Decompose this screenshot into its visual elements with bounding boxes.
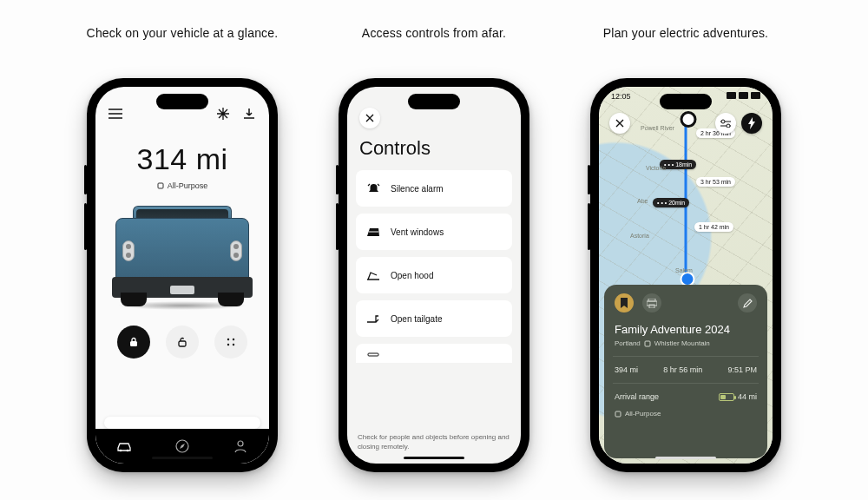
controls-footer: Check for people and objects before open… <box>358 433 510 451</box>
arrival-range-value: 44 mi <box>719 392 757 401</box>
phone-controls: Controls Silence alarm Vent windows <box>339 78 529 472</box>
map-charging-button[interactable] <box>741 113 762 134</box>
phone-glance: 314 mi All-Purpose <box>87 78 278 472</box>
control-label: Vent windows <box>391 227 444 237</box>
tab-explore[interactable] <box>174 438 191 455</box>
tab-profile[interactable] <box>232 438 249 455</box>
controls-list: Silence alarm Vent windows Open hood <box>347 170 521 363</box>
svg-point-4 <box>233 339 234 340</box>
controls-title: Controls <box>347 128 521 170</box>
climate-icon[interactable] <box>215 106 231 122</box>
chip-edit[interactable] <box>738 293 757 312</box>
map-place-label: Salem <box>675 267 693 273</box>
vehicle-image <box>108 206 256 310</box>
svg-point-5 <box>227 344 229 345</box>
arrival-range-label: Arrival range <box>615 392 659 401</box>
status-time: 12:05 <box>611 92 631 101</box>
caption-1: Check on your vehicle at a glance. <box>87 26 279 40</box>
trip-route: Portland Whistler Mountain <box>615 339 757 347</box>
trip-sheet: Family Adventure 2024 Portland Whistler … <box>604 285 767 458</box>
svg-point-8 <box>127 450 129 452</box>
status-icons <box>727 92 760 99</box>
home-indicator <box>655 457 716 459</box>
svg-point-10 <box>238 441 243 446</box>
drive-mode: All-Purpose <box>95 181 269 190</box>
control-label: Open hood <box>391 271 434 280</box>
drive-segment-label: 3 hr 53 min <box>696 177 735 187</box>
control-silence-alarm[interactable]: Silence alarm <box>356 170 512 207</box>
svg-point-6 <box>233 344 234 345</box>
svg-point-3 <box>227 339 229 340</box>
trip-name: Family Adventure 2024 <box>615 323 757 336</box>
control-label: Silence alarm <box>391 184 444 194</box>
svg-rect-11 <box>368 353 378 356</box>
charge-stop-label: • • • 20min <box>653 198 689 207</box>
menu-icon[interactable] <box>108 106 123 122</box>
alarm-icon <box>366 181 380 195</box>
unlock-button[interactable] <box>166 326 199 359</box>
svg-rect-0 <box>158 183 163 188</box>
peek-card[interactable] <box>104 417 260 429</box>
control-item-partial[interactable] <box>356 344 512 363</box>
svg-rect-17 <box>645 341 650 346</box>
control-vent-windows[interactable]: Vent windows <box>356 214 512 250</box>
caption-2: Access controls from afar. <box>362 26 506 40</box>
map-close-button[interactable] <box>609 113 630 134</box>
notch <box>660 94 712 109</box>
mode-icon <box>615 411 621 418</box>
drive-segment-label: 1 hr 42 min <box>694 222 733 232</box>
battery-icon <box>719 393 734 401</box>
control-open-hood[interactable]: Open hood <box>356 257 512 293</box>
control-label: Open tailgate <box>391 314 443 324</box>
svg-rect-18 <box>615 411 621 417</box>
home-indicator <box>404 457 464 459</box>
svg-rect-1 <box>130 341 137 346</box>
download-icon[interactable] <box>241 106 257 122</box>
map-place-label: Powell River <box>641 125 674 131</box>
map-place-label: Astoria <box>630 233 649 239</box>
chip-bookmark[interactable] <box>615 293 634 312</box>
notch <box>408 94 460 109</box>
tab-vehicle[interactable] <box>115 438 133 455</box>
hood-icon <box>366 268 380 282</box>
home-indicator <box>152 457 213 459</box>
svg-point-12 <box>721 120 725 123</box>
window-icon <box>366 225 380 239</box>
lock-button[interactable] <box>117 326 150 359</box>
svg-point-13 <box>727 124 730 128</box>
chip-print[interactable] <box>642 293 661 312</box>
phone-trip: 12:05 2 hr 36 min• • • 18min3 hr 53 min•… <box>590 78 781 472</box>
tailgate-icon <box>366 312 380 326</box>
caption-3: Plan your electric adventures. <box>603 26 768 40</box>
control-open-tailgate[interactable]: Open tailgate <box>356 300 512 337</box>
notch <box>156 94 208 109</box>
trip-mode: All-Purpose <box>615 410 757 418</box>
map-place-label: Abe <box>637 198 648 204</box>
route-separator-icon <box>644 340 651 347</box>
partial-icon <box>366 346 380 360</box>
svg-rect-2 <box>179 341 186 346</box>
close-button[interactable] <box>359 108 380 128</box>
more-actions-button[interactable] <box>214 326 247 359</box>
map-place-label: Victoria <box>646 165 666 171</box>
trip-stats: 394 mi 8 hr 56 min 9:51 PM <box>615 365 757 374</box>
mode-icon <box>157 182 164 189</box>
map-settings-button[interactable] <box>715 113 736 134</box>
range-value: 314 mi <box>95 142 269 176</box>
svg-point-7 <box>120 450 122 452</box>
